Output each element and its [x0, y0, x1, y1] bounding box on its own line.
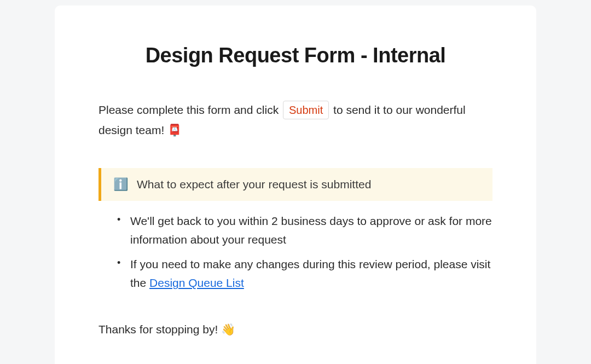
mailbox-icon: 📮 — [167, 124, 182, 136]
wave-icon: 👋 — [221, 323, 235, 336]
expectations-list: We'll get back to you within 2 business … — [99, 212, 493, 293]
info-icon: ℹ️ — [113, 178, 128, 190]
submit-chip: Submit — [283, 101, 329, 119]
form-card: Design Request Form - Internal Please co… — [55, 5, 536, 364]
info-callout-text: What to expect after your request is sub… — [137, 178, 371, 191]
list-item-text: We'll get back to you within 2 business … — [130, 215, 492, 246]
page-title: Design Request Form - Internal — [99, 44, 493, 67]
design-queue-link[interactable]: Design Queue List — [149, 276, 244, 289]
info-callout: ℹ️ What to expect after your request is … — [99, 168, 493, 201]
thanks-text: Thanks for stopping by! — [99, 323, 221, 336]
intro-paragraph: Please complete this form and click Subm… — [99, 100, 493, 141]
intro-text-1: Please complete this form and click — [99, 103, 282, 116]
thanks-paragraph: Thanks for stopping by! 👋 — [99, 320, 493, 339]
list-item: We'll get back to you within 2 business … — [115, 212, 493, 250]
list-item: If you need to make any changes during t… — [115, 255, 493, 293]
